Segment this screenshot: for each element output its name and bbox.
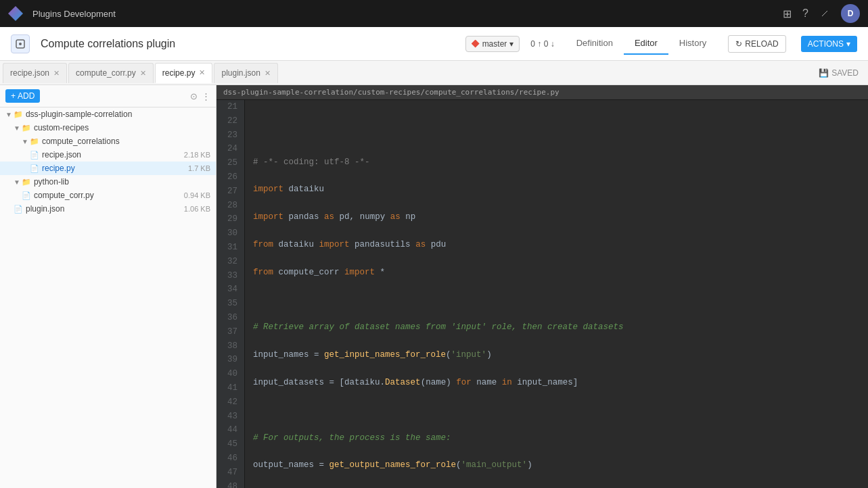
add-button[interactable]: + ADD [5, 89, 40, 103]
folder-icon: 📁 [30, 137, 39, 146]
expand-icon: ▼ [22, 138, 28, 145]
header-nav: Definition Editor History [566, 32, 718, 55]
git-status-text: 0 ↑ 0 ↓ [530, 39, 554, 49]
tree-item-label: compute_correlations [42, 137, 120, 146]
chart-icon[interactable]: ⟋ [819, 7, 830, 20]
file-icon: 📄 [14, 205, 23, 214]
settings-icon[interactable]: ⊙ [190, 91, 198, 101]
git-status: 0 ↑ 0 ↓ [530, 39, 554, 49]
save-icon: 💾 [819, 68, 829, 78]
tree-item-label: dss-plugin-sample-correlation [26, 109, 132, 119]
file-size: 1.06 KB [184, 205, 210, 213]
tree-item-compute-correlations-folder[interactable]: ▼ 📁 compute_correlations [0, 135, 216, 148]
file-icon: 📄 [22, 191, 31, 200]
folder-icon: 📁 [22, 124, 31, 132]
tree-item-root-folder[interactable]: ▼ 📁 dss-plugin-sample-correlation [0, 107, 216, 121]
actions-label: ACTIONS [808, 39, 844, 49]
close-icon[interactable]: ✕ [265, 69, 271, 78]
file-size: 0.94 KB [184, 191, 210, 199]
plugin-header: Compute correlations plugin master ▾ 0 ↑… [0, 27, 868, 61]
file-size: 2.18 KB [184, 151, 210, 159]
plugin-icon [11, 34, 30, 53]
tab-label: recipe.py [162, 68, 196, 78]
editor-breadcrumb: dss-plugin-sample-correlation/custom-rec… [216, 85, 868, 100]
close-icon[interactable]: ✕ [53, 69, 60, 78]
tree-item-plugin-json[interactable]: 📄 plugin.json 1.06 KB [0, 202, 216, 216]
editor-area: dss-plugin-sample-correlation/custom-rec… [216, 85, 868, 488]
branch-label: master [482, 39, 507, 49]
plus-icon: + [11, 91, 16, 101]
actions-chevron-icon: ▾ [846, 39, 850, 49]
git-diamond-icon [472, 40, 480, 48]
saved-label: SAVED [831, 68, 859, 78]
folder-icon: 📁 [22, 178, 31, 187]
tab-label: recipe.json [10, 68, 49, 78]
chevron-down-icon: ▾ [509, 39, 513, 49]
expand-icon: ▼ [14, 124, 20, 132]
close-icon[interactable]: ✕ [199, 68, 205, 77]
line-numbers: 21 22 23 24 25 26 27 28 29 30 31 32 33 3… [216, 100, 245, 488]
top-navbar: Plugins Development ⊞ ? ⟋ D [0, 0, 868, 27]
tree-item-python-lib[interactable]: ▼ 📁 python-lib [0, 175, 216, 189]
main-area: + ADD ⊙ ⋮ ▼ 📁 dss-plugin-sample-correlat… [0, 85, 868, 488]
tab-plugin-json[interactable]: plugin.json ✕ [214, 63, 277, 83]
reload-icon: ↻ [735, 39, 742, 49]
tab-recipe-json[interactable]: recipe.json ✕ [3, 63, 67, 83]
tree-item-label: recipe.py [42, 164, 75, 173]
nav-item-history[interactable]: History [668, 32, 717, 55]
add-label: ADD [18, 91, 35, 101]
user-avatar[interactable]: D [841, 4, 860, 23]
tab-label: plugin.json [221, 68, 260, 78]
grid-icon[interactable]: ⊞ [783, 7, 792, 20]
code-content[interactable]: # -*- coding: utf-8 -*- import dataiku i… [245, 100, 868, 488]
help-icon[interactable]: ? [802, 7, 808, 20]
tree-item-recipe-py[interactable]: 📄 recipe.py 1.7 KB [0, 162, 216, 175]
app-title: Plugins Development [32, 9, 776, 19]
reload-label: RELOAD [745, 39, 778, 49]
tab-label: compute_corr.py [76, 68, 136, 78]
tab-recipe-py[interactable]: recipe.py ✕ [155, 63, 213, 83]
close-icon[interactable]: ✕ [140, 69, 146, 78]
file-icon: 📄 [30, 151, 39, 160]
tab-compute-corr-py[interactable]: compute_corr.py ✕ [68, 63, 154, 83]
app-logo [8, 6, 23, 21]
file-size: 1.7 KB [188, 164, 210, 172]
expand-icon: ▼ [5, 111, 12, 118]
tabs-bar: recipe.json ✕ compute_corr.py ✕ recipe.p… [0, 61, 868, 85]
tree-item-label: custom-recipes [34, 123, 89, 132]
tree-item-label: compute_corr.py [34, 191, 94, 200]
tree-item-compute-corr-py[interactable]: 📄 compute_corr.py 0.94 KB [0, 189, 216, 202]
file-icon: 📄 [30, 164, 39, 173]
file-tree-toolbar: + ADD ⊙ ⋮ [0, 85, 216, 107]
tree-item-label: python-lib [34, 177, 69, 187]
nav-icons: ⊞ ? ⟋ D [783, 4, 860, 23]
tree-item-custom-recipes[interactable]: ▼ 📁 custom-recipes [0, 121, 216, 135]
file-tree: + ADD ⊙ ⋮ ▼ 📁 dss-plugin-sample-correlat… [0, 85, 216, 488]
more-icon[interactable]: ⋮ [202, 91, 210, 101]
branch-button[interactable]: master ▾ [465, 36, 520, 52]
plugin-title: Compute correlations plugin [41, 38, 455, 50]
tree-item-label: recipe.json [42, 150, 81, 160]
svg-point-1 [19, 43, 22, 45]
code-editor[interactable]: 21 22 23 24 25 26 27 28 29 30 31 32 33 3… [216, 100, 868, 488]
tree-item-label: plugin.json [26, 204, 64, 214]
expand-icon: ▼ [14, 178, 20, 186]
saved-indicator: 💾 SAVED [812, 66, 865, 80]
plugin-svg [15, 39, 26, 49]
reload-button[interactable]: ↻ RELOAD [728, 35, 785, 53]
actions-button[interactable]: ACTIONS ▾ [801, 36, 857, 52]
tree-item-recipe-json[interactable]: 📄 recipe.json 2.18 KB [0, 148, 216, 162]
nav-item-definition[interactable]: Definition [566, 32, 624, 55]
tree-tools: ⊙ ⋮ [190, 91, 210, 101]
nav-item-editor[interactable]: Editor [624, 32, 668, 55]
folder-icon: 📁 [14, 110, 23, 119]
